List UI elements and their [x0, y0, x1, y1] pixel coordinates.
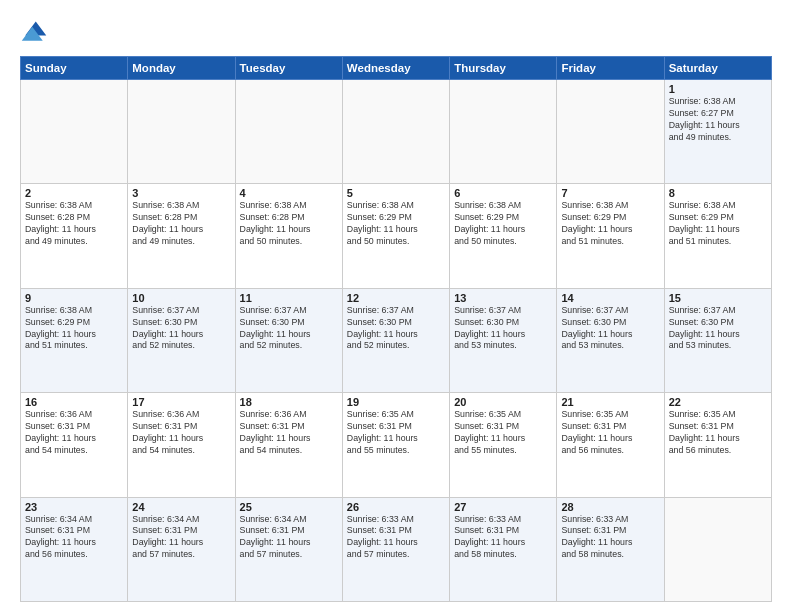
day-info: Sunrise: 6:38 AM Sunset: 6:29 PM Dayligh…	[561, 200, 659, 248]
day-number: 26	[347, 501, 445, 513]
day-number: 14	[561, 292, 659, 304]
calendar-cell: 5Sunrise: 6:38 AM Sunset: 6:29 PM Daylig…	[342, 184, 449, 288]
day-info: Sunrise: 6:36 AM Sunset: 6:31 PM Dayligh…	[132, 409, 230, 457]
calendar-cell: 16Sunrise: 6:36 AM Sunset: 6:31 PM Dayli…	[21, 393, 128, 497]
day-number: 18	[240, 396, 338, 408]
logo	[20, 18, 52, 46]
day-info: Sunrise: 6:38 AM Sunset: 6:28 PM Dayligh…	[25, 200, 123, 248]
calendar-header-row: SundayMondayTuesdayWednesdayThursdayFrid…	[21, 57, 772, 80]
calendar-cell: 12Sunrise: 6:37 AM Sunset: 6:30 PM Dayli…	[342, 288, 449, 392]
col-header-monday: Monday	[128, 57, 235, 80]
day-number: 20	[454, 396, 552, 408]
logo-icon	[20, 18, 48, 46]
calendar-cell: 2Sunrise: 6:38 AM Sunset: 6:28 PM Daylig…	[21, 184, 128, 288]
calendar-cell: 14Sunrise: 6:37 AM Sunset: 6:30 PM Dayli…	[557, 288, 664, 392]
day-info: Sunrise: 6:37 AM Sunset: 6:30 PM Dayligh…	[132, 305, 230, 353]
calendar-table: SundayMondayTuesdayWednesdayThursdayFrid…	[20, 56, 772, 602]
calendar-cell: 22Sunrise: 6:35 AM Sunset: 6:31 PM Dayli…	[664, 393, 771, 497]
day-number: 12	[347, 292, 445, 304]
header	[20, 18, 772, 46]
day-number: 16	[25, 396, 123, 408]
day-number: 17	[132, 396, 230, 408]
day-info: Sunrise: 6:38 AM Sunset: 6:29 PM Dayligh…	[454, 200, 552, 248]
calendar-cell: 18Sunrise: 6:36 AM Sunset: 6:31 PM Dayli…	[235, 393, 342, 497]
calendar-week-5: 23Sunrise: 6:34 AM Sunset: 6:31 PM Dayli…	[21, 497, 772, 601]
calendar-cell: 24Sunrise: 6:34 AM Sunset: 6:31 PM Dayli…	[128, 497, 235, 601]
calendar-week-4: 16Sunrise: 6:36 AM Sunset: 6:31 PM Dayli…	[21, 393, 772, 497]
day-number: 5	[347, 187, 445, 199]
day-number: 6	[454, 187, 552, 199]
day-info: Sunrise: 6:33 AM Sunset: 6:31 PM Dayligh…	[561, 514, 659, 562]
calendar-cell	[342, 80, 449, 184]
col-header-saturday: Saturday	[664, 57, 771, 80]
calendar-cell: 23Sunrise: 6:34 AM Sunset: 6:31 PM Dayli…	[21, 497, 128, 601]
calendar-cell	[128, 80, 235, 184]
page: SundayMondayTuesdayWednesdayThursdayFrid…	[0, 0, 792, 612]
day-info: Sunrise: 6:38 AM Sunset: 6:29 PM Dayligh…	[347, 200, 445, 248]
calendar-cell: 4Sunrise: 6:38 AM Sunset: 6:28 PM Daylig…	[235, 184, 342, 288]
day-number: 2	[25, 187, 123, 199]
day-info: Sunrise: 6:36 AM Sunset: 6:31 PM Dayligh…	[25, 409, 123, 457]
day-number: 13	[454, 292, 552, 304]
day-number: 10	[132, 292, 230, 304]
day-info: Sunrise: 6:35 AM Sunset: 6:31 PM Dayligh…	[347, 409, 445, 457]
col-header-sunday: Sunday	[21, 57, 128, 80]
day-info: Sunrise: 6:35 AM Sunset: 6:31 PM Dayligh…	[669, 409, 767, 457]
day-info: Sunrise: 6:36 AM Sunset: 6:31 PM Dayligh…	[240, 409, 338, 457]
day-info: Sunrise: 6:37 AM Sunset: 6:30 PM Dayligh…	[347, 305, 445, 353]
day-number: 19	[347, 396, 445, 408]
day-number: 21	[561, 396, 659, 408]
day-number: 7	[561, 187, 659, 199]
day-number: 27	[454, 501, 552, 513]
day-number: 8	[669, 187, 767, 199]
day-info: Sunrise: 6:35 AM Sunset: 6:31 PM Dayligh…	[561, 409, 659, 457]
day-info: Sunrise: 6:38 AM Sunset: 6:29 PM Dayligh…	[669, 200, 767, 248]
calendar-cell	[557, 80, 664, 184]
day-number: 28	[561, 501, 659, 513]
day-number: 25	[240, 501, 338, 513]
day-info: Sunrise: 6:33 AM Sunset: 6:31 PM Dayligh…	[347, 514, 445, 562]
calendar-cell: 25Sunrise: 6:34 AM Sunset: 6:31 PM Dayli…	[235, 497, 342, 601]
calendar-cell: 8Sunrise: 6:38 AM Sunset: 6:29 PM Daylig…	[664, 184, 771, 288]
calendar-week-2: 2Sunrise: 6:38 AM Sunset: 6:28 PM Daylig…	[21, 184, 772, 288]
day-info: Sunrise: 6:37 AM Sunset: 6:30 PM Dayligh…	[669, 305, 767, 353]
calendar-cell: 1Sunrise: 6:38 AM Sunset: 6:27 PM Daylig…	[664, 80, 771, 184]
calendar-cell: 20Sunrise: 6:35 AM Sunset: 6:31 PM Dayli…	[450, 393, 557, 497]
day-number: 22	[669, 396, 767, 408]
day-info: Sunrise: 6:38 AM Sunset: 6:27 PM Dayligh…	[669, 96, 767, 144]
calendar-week-3: 9Sunrise: 6:38 AM Sunset: 6:29 PM Daylig…	[21, 288, 772, 392]
day-info: Sunrise: 6:38 AM Sunset: 6:28 PM Dayligh…	[132, 200, 230, 248]
day-info: Sunrise: 6:37 AM Sunset: 6:30 PM Dayligh…	[561, 305, 659, 353]
calendar-cell: 21Sunrise: 6:35 AM Sunset: 6:31 PM Dayli…	[557, 393, 664, 497]
calendar-cell: 10Sunrise: 6:37 AM Sunset: 6:30 PM Dayli…	[128, 288, 235, 392]
calendar-cell: 9Sunrise: 6:38 AM Sunset: 6:29 PM Daylig…	[21, 288, 128, 392]
day-info: Sunrise: 6:35 AM Sunset: 6:31 PM Dayligh…	[454, 409, 552, 457]
day-number: 4	[240, 187, 338, 199]
calendar-cell: 28Sunrise: 6:33 AM Sunset: 6:31 PM Dayli…	[557, 497, 664, 601]
day-info: Sunrise: 6:33 AM Sunset: 6:31 PM Dayligh…	[454, 514, 552, 562]
calendar-cell: 6Sunrise: 6:38 AM Sunset: 6:29 PM Daylig…	[450, 184, 557, 288]
calendar-cell	[235, 80, 342, 184]
day-info: Sunrise: 6:37 AM Sunset: 6:30 PM Dayligh…	[240, 305, 338, 353]
calendar-cell: 7Sunrise: 6:38 AM Sunset: 6:29 PM Daylig…	[557, 184, 664, 288]
day-number: 11	[240, 292, 338, 304]
day-info: Sunrise: 6:38 AM Sunset: 6:29 PM Dayligh…	[25, 305, 123, 353]
calendar-cell: 11Sunrise: 6:37 AM Sunset: 6:30 PM Dayli…	[235, 288, 342, 392]
col-header-thursday: Thursday	[450, 57, 557, 80]
day-info: Sunrise: 6:37 AM Sunset: 6:30 PM Dayligh…	[454, 305, 552, 353]
day-number: 1	[669, 83, 767, 95]
calendar-cell: 13Sunrise: 6:37 AM Sunset: 6:30 PM Dayli…	[450, 288, 557, 392]
col-header-friday: Friday	[557, 57, 664, 80]
calendar-cell: 3Sunrise: 6:38 AM Sunset: 6:28 PM Daylig…	[128, 184, 235, 288]
day-number: 9	[25, 292, 123, 304]
calendar-cell: 27Sunrise: 6:33 AM Sunset: 6:31 PM Dayli…	[450, 497, 557, 601]
calendar-cell: 15Sunrise: 6:37 AM Sunset: 6:30 PM Dayli…	[664, 288, 771, 392]
day-info: Sunrise: 6:34 AM Sunset: 6:31 PM Dayligh…	[132, 514, 230, 562]
calendar-cell: 19Sunrise: 6:35 AM Sunset: 6:31 PM Dayli…	[342, 393, 449, 497]
day-number: 3	[132, 187, 230, 199]
day-info: Sunrise: 6:34 AM Sunset: 6:31 PM Dayligh…	[240, 514, 338, 562]
calendar-cell	[450, 80, 557, 184]
day-number: 15	[669, 292, 767, 304]
day-info: Sunrise: 6:34 AM Sunset: 6:31 PM Dayligh…	[25, 514, 123, 562]
calendar-cell	[664, 497, 771, 601]
